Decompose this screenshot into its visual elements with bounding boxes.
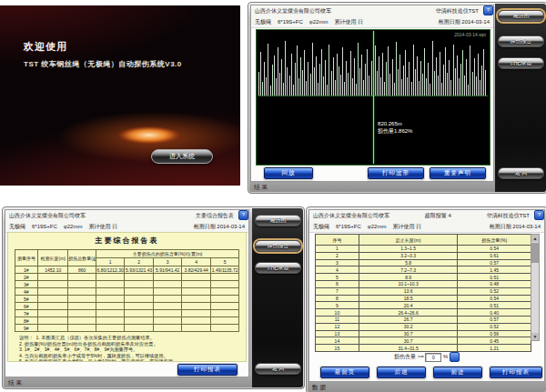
spike [316, 56, 317, 95]
spike [304, 50, 305, 95]
spike [340, 75, 341, 95]
splash-screen: 欢迎使用 TST 绞车钢丝绳（无极绳）自动探伤系统V3.0 进入系统 [0, 5, 240, 186]
damage-row[interactable]: 1330.70.56 [316, 330, 531, 337]
forward-button[interactable]: 前进 [433, 367, 482, 378]
damage-row[interactable]: 1531.4~31.51.21 [316, 345, 531, 352]
spike [392, 59, 393, 95]
report-row: 5# [15, 296, 239, 303]
waveform-chart[interactable]: 2014-03-14.wpt 820.265m 损伤量1.862% [256, 29, 490, 166]
help-icon[interactable]: ? [483, 5, 493, 15]
report-row: 2# [15, 274, 239, 281]
spike [375, 45, 376, 95]
spike [398, 69, 399, 95]
scroll-up-icon[interactable]: ▲ [531, 235, 539, 242]
status-text: 结果 [8, 379, 24, 387]
spike [308, 62, 308, 95]
filter-value-input[interactable]: 0 [425, 353, 441, 362]
first-page-button[interactable]: 最前页 [320, 367, 369, 378]
damage-row[interactable]: 1230.20.52 [316, 323, 531, 330]
chart-cursor[interactable] [373, 31, 374, 164]
spike [379, 56, 379, 95]
spike [483, 49, 484, 95]
spike [262, 82, 263, 96]
spike [367, 49, 368, 95]
damage-row[interactable]: 23.2~3.30.61 [316, 252, 531, 259]
spike [413, 45, 414, 95]
sidebar-button-traversal[interactable]: 遍历图 [255, 215, 301, 226]
spike [450, 80, 451, 95]
vendor-name: 华清科技造仪TST [436, 7, 479, 15]
return-button[interactable]: 返 回 [498, 167, 544, 179]
back-button[interactable]: 后退 [377, 367, 426, 378]
rope-info: 无极绳6*19S+FCφ22mm累计使用 日 [313, 223, 428, 231]
company-name: 山西介休义棠煤业有限公司绞车 [255, 7, 331, 15]
spike [399, 55, 400, 95]
spike [428, 63, 429, 95]
damage-row[interactable]: 1026.4~26.60.40 [316, 309, 531, 317]
damage-table-body: 11.3~1.50.5423.2~3.30.6135.80.5747.2~7.3… [316, 246, 531, 352]
spike [464, 75, 465, 95]
damage-filter: 损伤含量 >= 0 % [309, 352, 544, 362]
damage-row[interactable]: 11.3~1.50.54 [316, 246, 531, 253]
sidebar-button-traversal[interactable]: 遍历图 [498, 10, 544, 22]
help-icon[interactable]: ? [534, 210, 544, 220]
print-report-button[interactable]: 打印报表 [177, 364, 238, 376]
spike [447, 73, 448, 95]
spike [449, 60, 450, 95]
damage-row[interactable]: 818.50.54 [316, 295, 531, 302]
screen-name: 主要综合报告表 [196, 212, 234, 220]
damage-row[interactable]: 713.60.52 [316, 287, 531, 295]
spike [422, 74, 423, 95]
filter-unit: % [443, 354, 448, 359]
sidebar-button-log[interactable]: 日记录器 [498, 57, 544, 69]
spike [335, 80, 336, 95]
spike [380, 77, 381, 95]
spike [382, 53, 383, 95]
note-line: 5. 当百分截面积损失率大于5%，且小于10%时，属中度损伤，需加强监测。 [19, 358, 246, 362]
spike [321, 49, 322, 95]
help-icon[interactable]: ? [238, 210, 248, 220]
spike [342, 47, 343, 95]
col-sub-4: 4 [182, 258, 211, 266]
spike [359, 68, 360, 95]
report-notes: 说明： 1. 本图表汇总（仪器）各次采集的主要损伤点测量结果。2. 损伤量(%)… [19, 335, 246, 362]
spike [474, 58, 475, 95]
sidebar-button-log[interactable]: 日记录器 [255, 262, 301, 274]
sidebar-button-report[interactable]: 探伤报告 [498, 35, 544, 47]
spike [306, 81, 307, 95]
damage-row[interactable]: 1126.70.57 [316, 316, 531, 323]
spike [415, 69, 416, 95]
filter-apply-button[interactable] [450, 352, 460, 362]
spike [436, 57, 437, 95]
spike [272, 65, 273, 95]
replay-button[interactable]: 回放 [264, 167, 313, 179]
damage-row[interactable]: 920.40.51 [316, 302, 531, 309]
spike [445, 47, 446, 95]
damage-row[interactable]: 47.2~7.31.45 [316, 266, 531, 274]
spike [466, 59, 467, 95]
spike [389, 74, 390, 95]
return-button[interactable]: 返 回 [255, 363, 301, 375]
scroll-down-icon[interactable]: ▼ [531, 333, 539, 340]
vendor-name: 华清科技造仪TST [487, 212, 530, 220]
enter-system-button[interactable]: 进入系统 [151, 149, 213, 164]
spike [403, 65, 404, 95]
damage-row[interactable]: 610.1~10.30.48 [316, 280, 531, 287]
notice-button[interactable]: 重要声明 [430, 167, 486, 179]
spike [319, 64, 320, 95]
print-wave-button[interactable]: 打印波形 [368, 167, 424, 179]
scrollbar-thumb[interactable] [531, 243, 539, 263]
sidebar-button-report[interactable]: 探伤报告 [255, 240, 301, 252]
damage-row[interactable]: 1430.70.45 [316, 337, 531, 345]
spike [438, 75, 439, 95]
print-list-button[interactable]: 打印报表 [490, 367, 542, 378]
cursor-damage: 损伤量1.862% [378, 127, 412, 135]
damage-row[interactable]: 35.80.57 [316, 259, 531, 266]
spike [371, 61, 372, 95]
table-scrollbar[interactable]: ▲ ▼ [531, 234, 540, 341]
rope-info: 无极绳6*19S+FCφ22mm累计使用 日 [255, 18, 369, 26]
waveform-buttons: 回放 打印波形 重要声明 [251, 167, 493, 179]
report-row: 7# [15, 310, 239, 317]
damage-row[interactable]: 58.90.51 [316, 274, 531, 281]
spike [260, 52, 261, 95]
